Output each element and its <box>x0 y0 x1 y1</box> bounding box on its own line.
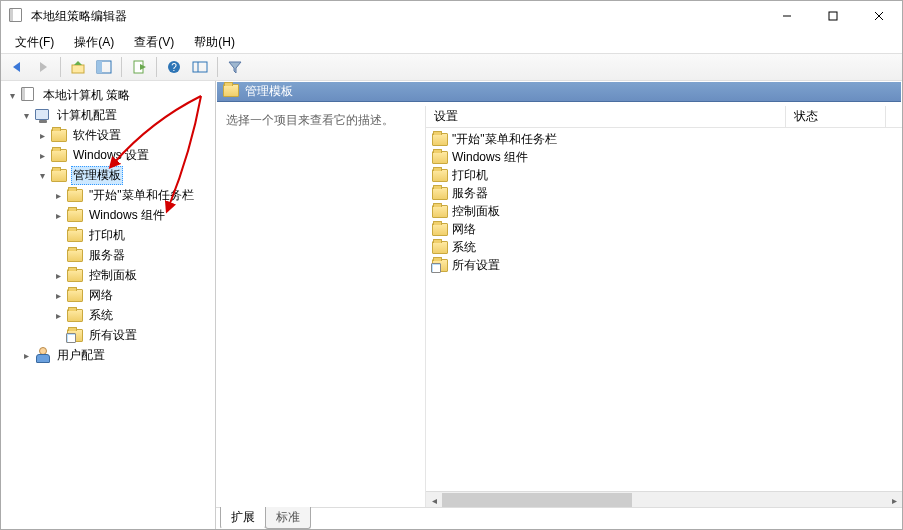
folder-icon <box>67 287 83 303</box>
minimize-button[interactable] <box>764 1 810 31</box>
tree-network[interactable]: ▸ 网络 <box>1 285 215 305</box>
description-column: 选择一个项目来查看它的描述。 <box>216 106 426 507</box>
folder-icon <box>51 167 67 183</box>
svg-marker-7 <box>74 61 82 65</box>
tree-software-settings[interactable]: ▸ 软件设置 <box>1 125 215 145</box>
folder-icon <box>432 185 448 201</box>
tree-label: 计算机配置 <box>55 106 119 125</box>
list-item[interactable]: 控制面板 <box>426 202 902 220</box>
chevron-down-icon[interactable]: ▾ <box>5 88 19 102</box>
list-item-label: Windows 组件 <box>452 149 528 166</box>
list-item-label: 控制面板 <box>452 203 500 220</box>
app-icon <box>9 8 25 24</box>
column-label: 设置 <box>434 108 458 125</box>
list-item[interactable]: 服务器 <box>426 184 902 202</box>
toolbar-separator <box>60 57 61 77</box>
tree-label: 打印机 <box>87 226 127 245</box>
body: ▾ 本地计算机 策略 ▾ 计算机配置 ▸ 软件设置 ▸ Wind <box>1 81 902 529</box>
horizontal-scrollbar[interactable]: ◂ ▸ <box>426 491 902 507</box>
tree-admin-templates[interactable]: ▾ 管理模板 <box>1 165 215 185</box>
window: 本地组策略编辑器 文件(F) 操作(A) 查看(V) 帮助(H) ? <box>0 0 903 530</box>
tree-label: 控制面板 <box>87 266 139 285</box>
tree-panel[interactable]: ▾ 本地计算机 策略 ▾ 计算机配置 ▸ 软件设置 ▸ Wind <box>1 81 216 529</box>
folder-icon <box>432 221 448 237</box>
tree-win-components[interactable]: ▸ Windows 组件 <box>1 205 215 225</box>
tab-extended[interactable]: 扩展 <box>220 507 266 529</box>
chevron-right-icon[interactable]: ▸ <box>51 268 65 282</box>
list-item[interactable]: 网络 <box>426 220 902 238</box>
list-item[interactable]: Windows 组件 <box>426 148 902 166</box>
chevron-right-icon[interactable]: ▸ <box>51 288 65 302</box>
scrollbar-thumb[interactable] <box>442 493 632 507</box>
up-button[interactable] <box>66 55 90 79</box>
show-hide-tree-button[interactable] <box>92 55 116 79</box>
tree-label: 网络 <box>87 286 115 305</box>
menu-view[interactable]: 查看(V) <box>126 32 182 53</box>
list-item-label: 网络 <box>452 221 476 238</box>
tree-label: Windows 组件 <box>87 206 167 225</box>
chevron-right-icon[interactable]: ▸ <box>51 308 65 322</box>
scroll-right-icon[interactable]: ▸ <box>886 492 902 508</box>
menu-help[interactable]: 帮助(H) <box>186 32 243 53</box>
tree-label: 软件设置 <box>71 126 123 145</box>
right-header-title: 管理模板 <box>245 83 293 100</box>
tree-system[interactable]: ▸ 系统 <box>1 305 215 325</box>
close-button[interactable] <box>856 1 902 31</box>
list-item-label: 服务器 <box>452 185 488 202</box>
chevron-right-icon[interactable]: ▸ <box>51 188 65 202</box>
menu-action[interactable]: 操作(A) <box>66 32 122 53</box>
toolbar-separator <box>156 57 157 77</box>
tree-start-taskbar[interactable]: ▸ "开始"菜单和任务栏 <box>1 185 215 205</box>
folder-icon <box>223 84 239 100</box>
forward-button[interactable] <box>31 55 55 79</box>
properties-button[interactable] <box>188 55 212 79</box>
chevron-right-icon[interactable]: ▸ <box>19 348 33 362</box>
user-icon <box>35 347 51 363</box>
chevron-right-icon[interactable]: ▸ <box>35 148 49 162</box>
chevron-down-icon[interactable]: ▾ <box>19 108 33 122</box>
svg-rect-14 <box>193 62 207 72</box>
list-body[interactable]: "开始"菜单和任务栏Windows 组件打印机服务器控制面板网络系统所有设置 <box>426 128 902 491</box>
column-settings[interactable]: 设置 <box>426 106 786 127</box>
tree-root[interactable]: ▾ 本地计算机 策略 <box>1 85 215 105</box>
right-panel: 管理模板 选择一个项目来查看它的描述。 设置 状态 "开始"菜单和任务栏Wind… <box>216 81 902 529</box>
policy-icon <box>21 87 37 103</box>
chevron-right-icon[interactable]: ▸ <box>35 128 49 142</box>
list-header: 设置 状态 <box>426 106 902 128</box>
svg-text:?: ? <box>171 62 177 73</box>
tree-label: 服务器 <box>87 246 127 265</box>
folder-icon <box>51 127 67 143</box>
list-item[interactable]: 打印机 <box>426 166 902 184</box>
menu-file[interactable]: 文件(F) <box>7 32 62 53</box>
menubar: 文件(F) 操作(A) 查看(V) 帮助(H) <box>1 31 902 53</box>
right-header: 管理模板 <box>217 82 901 102</box>
maximize-button[interactable] <box>810 1 856 31</box>
column-status[interactable]: 状态 <box>786 106 886 127</box>
folder-icon <box>67 207 83 223</box>
chevron-right-icon[interactable]: ▸ <box>51 208 65 222</box>
tree-control-panel[interactable]: ▸ 控制面板 <box>1 265 215 285</box>
window-title: 本地组策略编辑器 <box>31 8 764 25</box>
tree-computer-config[interactable]: ▾ 计算机配置 <box>1 105 215 125</box>
tree-label: 本地计算机 策略 <box>41 86 132 105</box>
tree-servers[interactable]: ▸ 服务器 <box>1 245 215 265</box>
tree-label: 所有设置 <box>87 326 139 345</box>
tree-user-config[interactable]: ▸ 用户配置 <box>1 345 215 365</box>
chevron-down-icon[interactable]: ▾ <box>35 168 49 182</box>
tree-printers[interactable]: ▸ 打印机 <box>1 225 215 245</box>
tree-label: "开始"菜单和任务栏 <box>87 186 196 205</box>
tree-all-settings[interactable]: ▸ 所有设置 <box>1 325 215 345</box>
list-item[interactable]: 系统 <box>426 238 902 256</box>
list-item[interactable]: "开始"菜单和任务栏 <box>426 130 902 148</box>
help-button[interactable]: ? <box>162 55 186 79</box>
tree-windows-settings[interactable]: ▸ Windows 设置 <box>1 145 215 165</box>
filter-button[interactable] <box>223 55 247 79</box>
tab-standard[interactable]: 标准 <box>265 507 311 529</box>
tree-label: 管理模板 <box>71 166 123 185</box>
export-button[interactable] <box>127 55 151 79</box>
folder-icon <box>432 167 448 183</box>
toolbar-separator <box>217 57 218 77</box>
list-item[interactable]: 所有设置 <box>426 256 902 274</box>
scroll-left-icon[interactable]: ◂ <box>426 492 442 508</box>
back-button[interactable] <box>5 55 29 79</box>
